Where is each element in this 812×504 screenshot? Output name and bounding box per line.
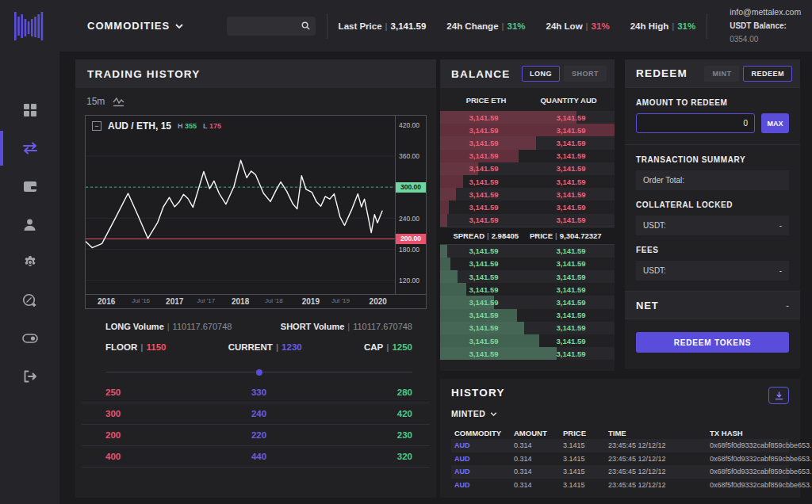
floor-value: FLOOR|1150 (105, 342, 166, 352)
level-floor-value: 200 (105, 430, 208, 440)
stat-24h-change: 24h Change|31% (446, 21, 525, 31)
price-chart[interactable]: − AUD / ETH, 15 H 355 L 175 420.00360.00… (85, 115, 427, 309)
chart-time-axis[interactable]: 2016Jul '162017Jul '172018Jul '182019Jul… (86, 294, 426, 308)
bid-row[interactable]: 3,141.593,141.59 (440, 347, 615, 360)
sidebar-item-dashboard[interactable] (0, 91, 59, 129)
ob-price: 3,141.59 (440, 349, 527, 358)
mettalex-logo[interactable] (0, 0, 59, 52)
tab-redeem[interactable]: REDEEM (743, 66, 792, 82)
tab-long[interactable]: LONG (522, 66, 560, 82)
line-chart-icon[interactable] (113, 96, 125, 107)
axis-time-label: Jul '17 (197, 297, 215, 304)
chart-low: L 175 (203, 122, 221, 130)
history-time: 23:45:45 12/12/12 (608, 455, 710, 463)
ask-row[interactable]: 3,141.593,141.59 (440, 214, 615, 227)
sidebar-item-logout[interactable] (0, 357, 59, 395)
history-amount: 0.314 (514, 481, 563, 489)
bid-row[interactable]: 3,141.593,141.59 (440, 296, 615, 308)
ob-quantity: 3,141.59 (527, 113, 615, 122)
ob-quantity: 3,141.59 (527, 216, 615, 224)
ask-row[interactable]: 3,141.593,141.59 (440, 188, 615, 200)
bid-row[interactable]: 3,141.593,141.59 (440, 322, 615, 334)
logo-waveform-icon (13, 8, 47, 44)
sidebar-item-theme-toggle[interactable] (0, 319, 59, 357)
collateral-currency: USDT: (643, 221, 666, 230)
bid-row[interactable]: 3,141.593,141.59 (440, 283, 615, 296)
history-row[interactable]: AUD0.3143.141523:45:45 12/12/120x68f5f0d… (451, 465, 789, 479)
timeframe-label[interactable]: 15m (86, 96, 105, 107)
amount-input[interactable] (636, 113, 755, 133)
fees-currency: USDT: (643, 266, 666, 275)
level-row: 250330280 (82, 382, 430, 403)
history-row[interactable]: AUD0.3143.141523:45:45 12/12/120x68f5f0d… (451, 439, 789, 452)
history-time: 23:45:45 12/12/12 (608, 481, 710, 489)
balance-panel: BALANCE LONG SHORT PRICE ETH QUANTITY AU… (440, 59, 615, 371)
search-box[interactable] (227, 17, 316, 36)
ask-row[interactable]: 3,141.593,141.59 (440, 200, 615, 213)
fees-label: FEES (625, 235, 800, 261)
slider-handle[interactable] (256, 369, 262, 376)
ask-row[interactable]: 3,141.593,141.59 (440, 162, 615, 175)
stat-label: Last Price (339, 21, 382, 31)
sidebar-item-wallet[interactable] (0, 167, 59, 205)
redeem-tokens-button[interactable]: REDEEM TOKENS (636, 332, 789, 353)
sidebar-item-account[interactable] (0, 205, 59, 243)
bid-row[interactable]: 3,141.593,141.59 (440, 245, 615, 258)
bid-row[interactable]: 3,141.593,141.59 (440, 258, 615, 270)
net-value: - (786, 300, 789, 310)
tab-mint[interactable]: MINT (704, 66, 739, 82)
chart-plot-area[interactable] (86, 116, 395, 294)
ask-row[interactable]: 3,141.593,141.59 (440, 124, 615, 136)
ask-row[interactable]: 3,141.593,141.59 (440, 175, 615, 188)
chart-price-scale[interactable]: 420.00360.00300.00240.00200.00180.00120.… (395, 116, 426, 294)
compass-add-icon (22, 293, 37, 308)
sidebar-item-trade[interactable] (0, 129, 59, 167)
redeem-panel: REDEEM MINT REDEEM AMOUNT TO REDEEM MAX … (625, 59, 800, 368)
collapse-icon[interactable]: − (92, 121, 102, 131)
bid-row[interactable]: 3,141.593,141.59 (440, 334, 615, 347)
exchange-arrows-icon (22, 142, 38, 155)
download-button[interactable] (768, 387, 789, 404)
bid-row[interactable]: 3,141.593,141.59 (440, 270, 615, 283)
balance-tabs: LONG SHORT (522, 66, 607, 82)
history-commodity[interactable]: AUD (451, 455, 514, 463)
history-commodity[interactable]: AUD (451, 441, 514, 449)
history-commodity[interactable]: AUD (451, 481, 514, 489)
tab-short[interactable]: SHORT (564, 66, 607, 82)
market-selector[interactable]: COMMODITIES (87, 20, 183, 32)
max-button[interactable]: MAX (761, 113, 789, 133)
redeem-title: REDEEM (636, 67, 688, 79)
ob-price: 3,141.59 (440, 178, 527, 186)
history-row[interactable]: AUD0.3143.141523:45:45 12/12/120x68f5f0d… (451, 479, 789, 492)
sidebar-item-explore-add[interactable] (0, 281, 59, 319)
level-floor-value: 400 (105, 452, 208, 461)
balance-title: BALANCE (451, 68, 510, 80)
bid-row[interactable]: 3,141.593,141.59 (440, 309, 615, 322)
ask-row[interactable]: 3,141.593,141.59 (440, 111, 615, 124)
ob-price: 3,141.59 (440, 203, 527, 212)
level-current-value: 240 (208, 409, 310, 418)
chevron-down-icon (490, 412, 497, 416)
history-row[interactable]: AUD0.3143.141523:45:45 12/12/120x68f5f0d… (451, 452, 789, 466)
ask-row[interactable]: 3,141.593,141.59 (440, 150, 615, 162)
history-filter-dropdown[interactable]: MINTED (451, 409, 789, 418)
net-label: NET (636, 300, 658, 311)
history-commodity[interactable]: AUD (451, 468, 514, 475)
sidebar-item-settings[interactable] (0, 243, 59, 281)
stat-value: 31% (508, 21, 526, 31)
level-cap-value: 420 (310, 409, 412, 418)
ob-price: 3,141.59 (440, 190, 527, 199)
column-price: PRICE ETH (445, 96, 527, 105)
ob-quantity: 3,141.59 (527, 337, 615, 346)
balance-header: BALANCE LONG SHORT (440, 59, 615, 88)
redeem-header: REDEEM MINT REDEEM (625, 59, 800, 88)
topbar: COMMODITIES Last Price|3,141.5924h Chang… (59, 0, 812, 52)
search-input[interactable] (232, 21, 301, 31)
search-icon[interactable] (301, 21, 310, 30)
ask-row[interactable]: 3,141.593,141.59 (440, 136, 615, 149)
history-filter-label: MINTED (451, 409, 485, 418)
trading-history-panel: TRADING HISTORY 15m − AUD / ETH, 15 H 35… (75, 59, 436, 498)
level-row: 400440320 (82, 446, 430, 468)
ob-quantity: 3,141.59 (527, 298, 615, 307)
trading-history-title: TRADING HISTORY (87, 68, 201, 80)
